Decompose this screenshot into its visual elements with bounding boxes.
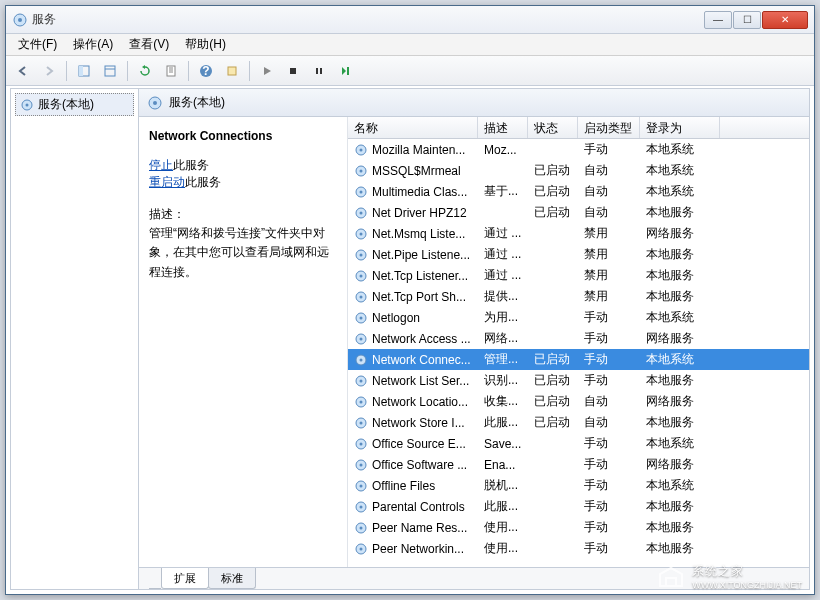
- help-button[interactable]: ?: [195, 60, 217, 82]
- service-startup: 手动: [578, 371, 640, 390]
- col-logon[interactable]: 登录为: [640, 117, 720, 138]
- maximize-button[interactable]: ☐: [733, 11, 761, 29]
- forward-button[interactable]: [38, 60, 60, 82]
- service-logon: 本地系统: [640, 140, 720, 159]
- service-status: [528, 275, 578, 277]
- refresh-button[interactable]: [134, 60, 156, 82]
- col-status[interactable]: 状态: [528, 117, 578, 138]
- export-button[interactable]: [160, 60, 182, 82]
- service-startup: 禁用: [578, 287, 640, 306]
- svg-point-37: [360, 337, 363, 340]
- col-name[interactable]: 名称: [348, 117, 478, 138]
- service-row[interactable]: Peer Networkin...使用...手动本地服务: [348, 538, 809, 559]
- start-service-button[interactable]: [256, 60, 278, 82]
- service-status: 已启动: [528, 413, 578, 432]
- close-button[interactable]: ✕: [762, 11, 808, 29]
- service-row[interactable]: Network Connec...管理...已启动手动本地系统: [348, 349, 809, 370]
- tab-standard[interactable]: 标准: [208, 568, 256, 589]
- svg-rect-11: [316, 68, 318, 74]
- watermark-main: 系统之家: [692, 563, 802, 580]
- service-row[interactable]: Offline Files脱机...手动本地系统: [348, 475, 809, 496]
- menu-bar: 文件(F) 操作(A) 查看(V) 帮助(H): [6, 34, 814, 56]
- watermark-sub: WWW.XITONGZHIJIA.NET: [692, 580, 802, 590]
- restart-link[interactable]: 重启动: [149, 175, 185, 189]
- service-logon: 本地系统: [640, 182, 720, 201]
- service-status: 已启动: [528, 203, 578, 222]
- service-row[interactable]: Network Access ...网络...手动网络服务: [348, 328, 809, 349]
- gear-icon: [354, 479, 368, 493]
- stop-service-button[interactable]: [282, 60, 304, 82]
- tree-root-item[interactable]: 服务(本地): [15, 93, 134, 116]
- service-row[interactable]: Network List Ser...识别...已启动手动本地服务: [348, 370, 809, 391]
- service-desc: Moz...: [478, 142, 528, 158]
- service-row[interactable]: Network Store I...此服...已启动自动本地服务: [348, 412, 809, 433]
- tab-extended[interactable]: 扩展: [161, 568, 209, 589]
- svg-point-15: [26, 103, 29, 106]
- service-row[interactable]: Net.Tcp Listener...通过 ...禁用本地服务: [348, 265, 809, 286]
- gear-icon: [354, 374, 368, 388]
- service-name: Net.Tcp Listener...: [372, 269, 468, 283]
- service-logon: 本地服务: [640, 287, 720, 306]
- service-desc: 通过 ...: [478, 224, 528, 243]
- service-startup: 手动: [578, 476, 640, 495]
- minimize-button[interactable]: —: [704, 11, 732, 29]
- menu-view[interactable]: 查看(V): [121, 34, 177, 55]
- service-name: Multimedia Clas...: [372, 185, 467, 199]
- service-desc: [478, 212, 528, 214]
- separator: [188, 61, 189, 81]
- service-row[interactable]: MSSQL$Mrmeal已启动自动本地系统: [348, 160, 809, 181]
- service-row[interactable]: Net.Msmq Liste...通过 ...禁用网络服务: [348, 223, 809, 244]
- service-list[interactable]: Mozilla Mainten...Moz...手动本地系统MSSQL$Mrme…: [348, 139, 809, 567]
- show-detail-button[interactable]: [99, 60, 121, 82]
- svg-point-53: [360, 505, 363, 508]
- service-logon: 本地服务: [640, 497, 720, 516]
- service-row[interactable]: Network Locatio...收集...已启动自动网络服务: [348, 391, 809, 412]
- col-desc[interactable]: 描述: [478, 117, 528, 138]
- stop-link[interactable]: 停止: [149, 158, 173, 172]
- back-button[interactable]: [12, 60, 34, 82]
- service-logon: 网络服务: [640, 392, 720, 411]
- service-row[interactable]: Peer Name Res...使用...手动本地服务: [348, 517, 809, 538]
- service-desc: 使用...: [478, 518, 528, 537]
- service-logon: 网络服务: [640, 224, 720, 243]
- svg-point-27: [360, 232, 363, 235]
- restart-service-button[interactable]: [334, 60, 356, 82]
- service-startup: 禁用: [578, 266, 640, 285]
- menu-file[interactable]: 文件(F): [10, 34, 65, 55]
- service-row[interactable]: Net.Pipe Listene...通过 ...禁用本地服务: [348, 244, 809, 265]
- service-name: Net Driver HPZ12: [372, 206, 467, 220]
- title-bar: 服务 — ☐ ✕: [6, 6, 814, 34]
- restart-suffix: 此服务: [185, 175, 221, 189]
- service-row[interactable]: Multimedia Clas...基于...已启动自动本地系统: [348, 181, 809, 202]
- separator: [127, 61, 128, 81]
- svg-point-19: [360, 148, 363, 151]
- service-row[interactable]: Netlogon为用...手动本地系统: [348, 307, 809, 328]
- svg-rect-13: [347, 67, 349, 75]
- service-name: Office Software ...: [372, 458, 467, 472]
- service-logon: 本地服务: [640, 245, 720, 264]
- col-startup[interactable]: 启动类型: [578, 117, 640, 138]
- service-desc: 使用...: [478, 539, 528, 558]
- svg-point-31: [360, 274, 363, 277]
- menu-help[interactable]: 帮助(H): [177, 34, 234, 55]
- properties-button[interactable]: [221, 60, 243, 82]
- service-name: Peer Networkin...: [372, 542, 464, 556]
- menu-action[interactable]: 操作(A): [65, 34, 121, 55]
- pause-service-button[interactable]: [308, 60, 330, 82]
- gear-icon: [354, 164, 368, 178]
- service-name: Network Access ...: [372, 332, 471, 346]
- service-row[interactable]: Office Source E...Save...手动本地系统: [348, 433, 809, 454]
- service-desc: 此服...: [478, 497, 528, 516]
- service-row[interactable]: Net Driver HPZ12已启动自动本地服务: [348, 202, 809, 223]
- service-row[interactable]: Office Software ...Ena...手动网络服务: [348, 454, 809, 475]
- svg-rect-9: [228, 67, 236, 75]
- service-startup: 禁用: [578, 224, 640, 243]
- service-desc: [478, 170, 528, 172]
- service-row[interactable]: Parental Controls此服...手动本地服务: [348, 496, 809, 517]
- svg-point-49: [360, 463, 363, 466]
- service-row[interactable]: Mozilla Mainten...Moz...手动本地系统: [348, 139, 809, 160]
- service-name: Network Locatio...: [372, 395, 468, 409]
- show-hide-tree-button[interactable]: [73, 60, 95, 82]
- gear-icon: [147, 95, 163, 111]
- service-row[interactable]: Net.Tcp Port Sh...提供...禁用本地服务: [348, 286, 809, 307]
